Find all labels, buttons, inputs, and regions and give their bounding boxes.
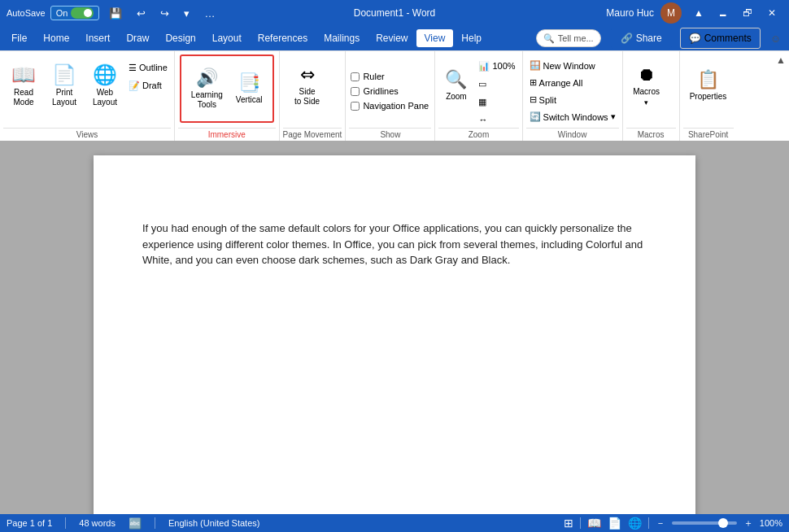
arrange-all-button[interactable]: ⊞ Arrange All <box>526 75 586 91</box>
comments-icon: 💬 <box>689 33 701 44</box>
ribbon-content: 📖 ReadMode 📄 PrintLayout 🌐 WebLayout <box>0 50 789 141</box>
ribbon-group-show: Ruler Gridlines Navigation Pane Show <box>346 51 435 141</box>
read-mode-button[interactable]: 📖 ReadMode <box>3 55 44 116</box>
comments-button[interactable]: 💬 Comments <box>680 28 761 49</box>
autosave-badge[interactable]: On <box>50 6 100 20</box>
status-divider-4 <box>648 517 649 529</box>
ribbon-group-immersive: 🔊 LearningTools 📑 Vertical Immersive <box>175 51 280 141</box>
autosave-toggle[interactable] <box>71 7 94 19</box>
macros-arrow: ▾ <box>644 98 648 107</box>
side-to-side-icon: ⇔ <box>300 64 315 85</box>
tell-me-label: Tell me... <box>558 33 594 43</box>
new-window-button[interactable]: 🪟 New Window <box>526 58 599 74</box>
menu-draw[interactable]: Draw <box>118 29 157 47</box>
restore-button[interactable]: 🗗 <box>737 2 758 24</box>
user-name: Mauro Huc <box>606 7 654 19</box>
navigation-pane-checkbox-item[interactable]: Navigation Pane <box>349 98 430 113</box>
read-view-icon[interactable]: 📖 <box>587 517 601 530</box>
gridlines-label: Gridlines <box>363 86 398 96</box>
outline-icon: ☰ <box>129 63 137 73</box>
zoom-slider-thumb[interactable] <box>718 518 728 528</box>
print-view-icon[interactable]: 📄 <box>608 517 621 530</box>
learning-tools-button[interactable]: 🔊 LearningTools <box>185 58 229 120</box>
web-view-icon[interactable]: 🌐 <box>628 517 642 530</box>
redo-button[interactable]: ↪ <box>155 4 174 23</box>
navigation-pane-checkbox[interactable] <box>351 102 360 111</box>
new-window-icon: 🪟 <box>530 60 541 71</box>
web-layout-button[interactable]: 🌐 WebLayout <box>85 55 125 116</box>
split-button[interactable]: ⊟ Split <box>526 92 560 108</box>
emoji-button[interactable]: ☺ <box>765 29 786 48</box>
zoom-out-button[interactable]: － <box>656 517 665 530</box>
search-icon: 🔍 <box>543 33 555 44</box>
share-button[interactable]: 🔗 Share <box>611 28 672 49</box>
zoom-in-button[interactable]: ＋ <box>743 517 753 530</box>
page-width-button[interactable]: ↔ <box>475 111 518 128</box>
menu-review[interactable]: Review <box>368 29 416 47</box>
menu-home[interactable]: Home <box>35 29 77 47</box>
properties-label: Properties <box>690 92 727 102</box>
learning-tools-label: LearningTools <box>191 90 223 110</box>
zoom-sub-buttons: 📊 100% ▭ ▦ ↔ <box>475 55 518 128</box>
zoom-button[interactable]: 🔍 Zoom <box>438 55 473 116</box>
properties-button[interactable]: 📋 Properties <box>683 55 734 116</box>
menu-design[interactable]: Design <box>157 29 203 47</box>
gridlines-checkbox-item[interactable]: Gridlines <box>349 84 399 98</box>
macros-group-label: Macros <box>626 128 676 141</box>
undo-button[interactable]: ↩ <box>132 4 150 23</box>
close-button[interactable]: ✕ <box>761 2 782 24</box>
status-divider-1 <box>65 517 66 529</box>
tell-me-box[interactable]: 🔍 Tell me... <box>536 29 601 47</box>
draft-button[interactable]: 📝 Draft <box>125 77 171 94</box>
ribbon-group-views: 📖 ReadMode 📄 PrintLayout 🌐 WebLayout <box>0 51 175 141</box>
minimize-button[interactable]: 🗕 <box>713 2 734 24</box>
more-commands-button[interactable]: … <box>199 4 220 23</box>
macros-button[interactable]: ⏺ Macros ▾ <box>626 55 667 116</box>
properties-icon: 📋 <box>697 69 719 90</box>
page-movement-group-label: Page Movement <box>283 128 342 141</box>
share-icon: 🔗 <box>621 33 633 44</box>
menu-insert[interactable]: Insert <box>77 29 118 47</box>
ribbon-collapse-button[interactable]: ▲ <box>688 2 709 24</box>
print-layout-button[interactable]: 📄 PrintLayout <box>44 55 85 116</box>
views-small-buttons: ☰ Outline 📝 Draft <box>125 55 171 94</box>
side-to-side-label: Sideto Side <box>294 87 320 107</box>
customize-qat-button[interactable]: ▾ <box>179 4 194 23</box>
switch-windows-arrow: ▾ <box>611 111 616 122</box>
focus-mode-icon[interactable]: ⊞ <box>564 517 573 530</box>
zoom-100-icon: 📊 <box>478 61 490 72</box>
title-bar-left: AutoSave On 💾 ↩ ↪ ▾ … <box>7 4 220 23</box>
ruler-checkbox[interactable] <box>351 72 360 81</box>
zoom-percent[interactable]: 100% <box>760 518 782 528</box>
language: English (United States) <box>168 518 260 528</box>
zoom-icon: 🔍 <box>445 69 467 90</box>
zoom-100-button[interactable]: 📊 100% <box>475 58 518 74</box>
ribbon-collapse-btn[interactable]: ▲ <box>776 55 786 66</box>
split-icon: ⊟ <box>530 94 537 105</box>
outline-button[interactable]: ☰ Outline <box>125 59 171 76</box>
user-avatar[interactable]: M <box>660 2 682 24</box>
menu-mailings[interactable]: Mailings <box>316 29 368 47</box>
zoom-slider[interactable] <box>672 521 737 525</box>
split-label: Split <box>539 95 556 105</box>
multiple-pages-button[interactable]: ▦ <box>475 94 518 110</box>
ribbon-section-inner-sharepoint: 📋 Properties <box>683 53 734 128</box>
menu-references[interactable]: References <box>250 29 316 47</box>
ruler-label: Ruler <box>363 72 384 81</box>
one-page-button[interactable]: ▭ <box>475 76 518 92</box>
side-to-side-button[interactable]: ⇔ Sideto Side <box>283 55 332 116</box>
save-button[interactable]: 💾 <box>104 4 127 23</box>
menu-view[interactable]: View <box>416 29 454 47</box>
gridlines-checkbox[interactable] <box>351 87 360 96</box>
ruler-checkbox-item[interactable]: Ruler <box>349 69 386 84</box>
macros-label: Macros <box>633 87 660 97</box>
menu-file[interactable]: File <box>3 29 35 47</box>
title-bar-right: Mauro Huc M ▲ 🗕 🗗 ✕ <box>606 2 782 24</box>
vertical-button[interactable]: 📑 Vertical <box>229 58 269 120</box>
switch-windows-button[interactable]: 🔄 Switch Windows ▾ <box>526 109 619 125</box>
menu-help[interactable]: Help <box>453 29 490 47</box>
menu-layout[interactable]: Layout <box>204 29 250 47</box>
autosave-label: AutoSave <box>7 8 46 18</box>
ribbon-section-inner-macros: ⏺ Macros ▾ <box>626 53 676 128</box>
word-count: 48 words <box>79 518 116 528</box>
